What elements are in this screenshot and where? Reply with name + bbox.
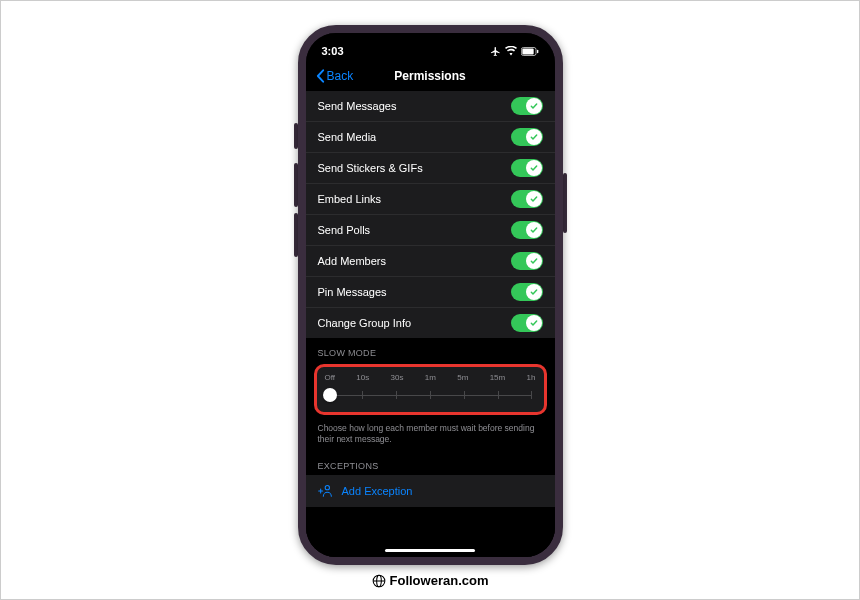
check-icon xyxy=(530,164,538,172)
globe-icon xyxy=(372,574,386,588)
page-title: Permissions xyxy=(394,69,465,83)
slider-label-off: Off xyxy=(325,373,336,382)
perm-label: Send Media xyxy=(318,131,377,143)
check-icon xyxy=(530,288,538,296)
slow-mode-help: Choose how long each member must wait be… xyxy=(306,417,555,451)
slider-label-10s: 10s xyxy=(356,373,369,382)
svg-rect-1 xyxy=(522,48,533,54)
brand-footer: Followeran.com xyxy=(372,573,489,588)
airplane-icon xyxy=(490,46,501,57)
slider-thumb[interactable] xyxy=(323,388,337,402)
check-icon xyxy=(530,133,538,141)
perm-pin-messages[interactable]: Pin Messages xyxy=(306,277,555,308)
toggle-send-media[interactable] xyxy=(511,128,543,146)
perm-send-media[interactable]: Send Media xyxy=(306,122,555,153)
wifi-icon xyxy=(505,46,517,56)
screen: 3:03 Back Permissions Send Messages xyxy=(306,33,555,557)
perm-add-members[interactable]: Add Members xyxy=(306,246,555,277)
slider-label-1h: 1h xyxy=(527,373,536,382)
slow-mode-slider-box: Off 10s 30s 1m 5m 15m 1h xyxy=(314,364,547,415)
brand-text: Followeran.com xyxy=(390,573,489,588)
perm-label: Add Members xyxy=(318,255,386,267)
slider-labels: Off 10s 30s 1m 5m 15m 1h xyxy=(325,373,536,382)
battery-icon xyxy=(521,47,539,56)
toggle-embed-links[interactable] xyxy=(511,190,543,208)
content: Send Messages Send Media Send Stickers &… xyxy=(306,91,555,557)
toggle-pin-messages[interactable] xyxy=(511,283,543,301)
check-icon xyxy=(530,319,538,327)
slider-label-30s: 30s xyxy=(391,373,404,382)
back-button[interactable]: Back xyxy=(316,69,354,83)
toggle-change-group-info[interactable] xyxy=(511,314,543,332)
perm-embed-links[interactable]: Embed Links xyxy=(306,184,555,215)
status-icons xyxy=(490,46,539,57)
permissions-list: Send Messages Send Media Send Stickers &… xyxy=(306,91,555,338)
toggle-send-polls[interactable] xyxy=(511,221,543,239)
add-exception-button[interactable]: Add Exception xyxy=(306,475,555,507)
perm-label: Change Group Info xyxy=(318,317,412,329)
toggle-send-messages[interactable] xyxy=(511,97,543,115)
slow-mode-header: SLOW MODE xyxy=(306,338,555,362)
slider-label-5m: 5m xyxy=(457,373,468,382)
svg-rect-2 xyxy=(537,49,538,52)
check-icon xyxy=(530,195,538,203)
check-icon xyxy=(530,102,538,110)
check-icon xyxy=(530,226,538,234)
toggle-add-members[interactable] xyxy=(511,252,543,270)
chevron-left-icon xyxy=(316,69,325,83)
slider-label-1m: 1m xyxy=(425,373,436,382)
perm-label: Pin Messages xyxy=(318,286,387,298)
perm-label: Send Stickers & GIFs xyxy=(318,162,423,174)
back-label: Back xyxy=(327,69,354,83)
slider-label-15m: 15m xyxy=(490,373,506,382)
nav-bar: Back Permissions xyxy=(306,63,555,91)
toggle-send-stickers[interactable] xyxy=(511,159,543,177)
home-indicator[interactable] xyxy=(385,549,475,552)
status-time: 3:03 xyxy=(322,45,344,57)
perm-send-stickers[interactable]: Send Stickers & GIFs xyxy=(306,153,555,184)
slow-mode-slider[interactable] xyxy=(325,388,536,402)
notch xyxy=(375,33,485,53)
phone-frame: 3:03 Back Permissions Send Messages xyxy=(298,25,563,565)
perm-send-polls[interactable]: Send Polls xyxy=(306,215,555,246)
check-icon xyxy=(530,257,538,265)
perm-label: Send Messages xyxy=(318,100,397,112)
perm-send-messages[interactable]: Send Messages xyxy=(306,91,555,122)
perm-change-group-info[interactable]: Change Group Info xyxy=(306,308,555,338)
perm-label: Send Polls xyxy=(318,224,371,236)
perm-label: Embed Links xyxy=(318,193,382,205)
exceptions-header: EXCEPTIONS xyxy=(306,451,555,475)
add-person-icon xyxy=(318,483,334,499)
add-exception-label: Add Exception xyxy=(342,485,413,497)
svg-point-3 xyxy=(325,486,329,490)
